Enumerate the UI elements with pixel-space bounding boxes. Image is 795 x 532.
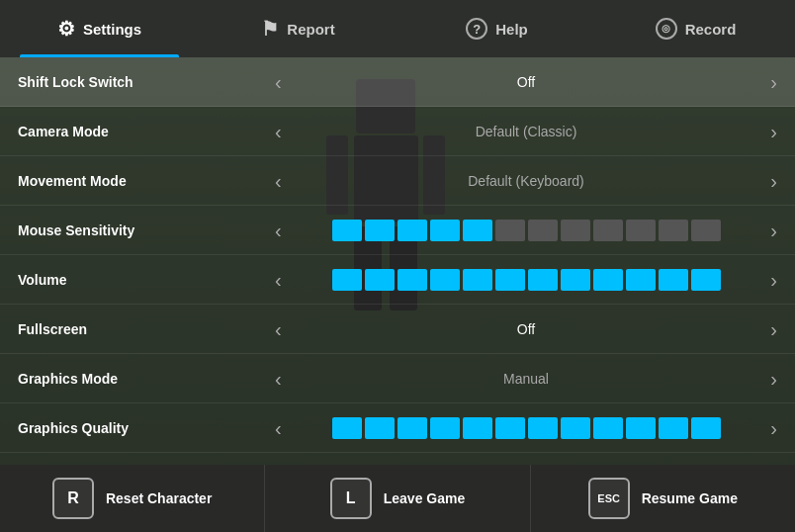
seg-7 — [528, 220, 558, 241]
arrow-right-shift-lock[interactable]: › — [762, 72, 785, 92]
label-fullscreen: Fullscreen — [10, 321, 267, 337]
value-camera-mode: Default (Classic) — [294, 124, 759, 139]
label-camera-mode: Camera Mode — [10, 124, 267, 139]
arrow-left-shift-lock[interactable]: ‹ — [267, 72, 290, 92]
arrow-left-camera[interactable]: ‹ — [267, 122, 290, 141]
arrow-left-mouse[interactable]: ‹ — [267, 221, 290, 240]
arrow-left-graphics-quality[interactable]: ‹ — [267, 418, 290, 438]
value-shift-lock: Off — [294, 74, 759, 90]
label-movement-mode: Movement Mode — [10, 173, 267, 189]
arrow-right-volume[interactable]: › — [762, 270, 785, 290]
arrow-left-fullscreen[interactable]: ‹ — [267, 319, 290, 339]
leave-game-label: Leave Game — [384, 490, 466, 506]
main-panel: ⚙ Settings ⚑ Report ? Help ◎ Record Shif… — [0, 0, 795, 532]
seg-8 — [561, 220, 590, 241]
row-graphics-mode: Graphics Mode ‹ Manual › — [0, 354, 795, 403]
seg-1 — [332, 220, 362, 241]
seg-11 — [659, 220, 688, 241]
arrow-right-camera[interactable]: › — [762, 122, 785, 141]
resume-game-button[interactable]: ESC Resume Game — [531, 465, 795, 532]
value-graphics-mode: Manual — [294, 371, 759, 387]
seg-2 — [365, 220, 395, 241]
slider-graphics-quality[interactable] — [294, 417, 759, 439]
value-fullscreen: Off — [294, 321, 759, 337]
help-icon: ? — [466, 18, 487, 40]
label-graphics-quality: Graphics Quality — [10, 420, 267, 436]
row-graphics-quality: Graphics Quality ‹ › — [0, 403, 795, 453]
seg-12 — [691, 220, 721, 241]
tab-report[interactable]: ⚑ Report — [199, 0, 398, 57]
row-movement-mode: Movement Mode ‹ Default (Keyboard) › — [0, 156, 795, 206]
settings-icon: ⚙ — [57, 19, 75, 39]
leave-key-badge: L — [330, 478, 372, 519]
arrow-right-graphics-mode[interactable]: › — [762, 369, 785, 389]
tab-record[interactable]: ◎ Record — [596, 0, 795, 57]
arrow-right-movement[interactable]: › — [762, 171, 785, 191]
seg-3 — [398, 220, 427, 241]
label-volume: Volume — [10, 272, 267, 288]
control-mouse-sensitivity: ‹ › — [267, 220, 785, 241]
slider-volume[interactable] — [294, 269, 759, 291]
row-shift-lock: Shift Lock Switch ‹ Off › — [0, 57, 795, 107]
control-camera-mode: ‹ Default (Classic) › — [267, 122, 785, 141]
top-nav: ⚙ Settings ⚑ Report ? Help ◎ Record — [0, 0, 795, 57]
tab-settings[interactable]: ⚙ Settings — [0, 0, 199, 57]
control-fullscreen: ‹ Off › — [267, 319, 785, 339]
control-graphics-mode: ‹ Manual › — [267, 369, 785, 389]
tab-help[interactable]: ? Help — [398, 0, 596, 57]
tab-record-label: Record — [685, 21, 737, 38]
slider-mouse-sensitivity[interactable] — [294, 220, 759, 241]
row-volume: Volume ‹ › — [0, 255, 795, 305]
tab-report-label: Report — [287, 21, 334, 38]
arrow-left-graphics-mode[interactable]: ‹ — [267, 369, 290, 389]
seg-5 — [463, 220, 492, 241]
arrow-left-movement[interactable]: ‹ — [267, 171, 290, 191]
resume-game-label: Resume Game — [642, 490, 738, 506]
tab-settings-label: Settings — [83, 21, 141, 38]
seg-9 — [593, 220, 623, 241]
resume-key-badge: ESC — [588, 478, 630, 519]
record-icon: ◎ — [656, 18, 677, 40]
settings-content: Shift Lock Switch ‹ Off › Camera Mode ‹ … — [0, 57, 795, 465]
row-mouse-sensitivity: Mouse Sensitivity ‹ › — [0, 206, 795, 255]
bottom-bar: R Reset Character L Leave Game ESC Resum… — [0, 465, 795, 532]
value-movement-mode: Default (Keyboard) — [294, 173, 759, 189]
control-shift-lock: ‹ Off › — [267, 72, 785, 92]
reset-character-label: Reset Character — [106, 490, 212, 506]
label-graphics-mode: Graphics Mode — [10, 371, 267, 387]
label-mouse-sensitivity: Mouse Sensitivity — [10, 222, 267, 238]
reset-character-button[interactable]: R Reset Character — [0, 465, 265, 532]
control-movement-mode: ‹ Default (Keyboard) › — [267, 171, 785, 191]
row-fullscreen: Fullscreen ‹ Off › — [0, 305, 795, 354]
label-shift-lock: Shift Lock Switch — [10, 74, 267, 90]
seg-6 — [495, 220, 525, 241]
arrow-right-fullscreen[interactable]: › — [762, 319, 785, 339]
row-camera-mode: Camera Mode ‹ Default (Classic) › — [0, 107, 795, 156]
report-icon: ⚑ — [261, 19, 279, 39]
arrow-right-mouse[interactable]: › — [762, 221, 785, 240]
seg-4 — [430, 220, 460, 241]
seg-10 — [626, 220, 656, 241]
arrow-left-volume[interactable]: ‹ — [267, 270, 290, 290]
leave-game-button[interactable]: L Leave Game — [265, 465, 530, 532]
control-volume: ‹ › — [267, 269, 785, 291]
reset-key-badge: R — [52, 478, 94, 519]
arrow-right-graphics-quality[interactable]: › — [762, 418, 785, 438]
control-graphics-quality: ‹ › — [267, 417, 785, 439]
tab-help-label: Help — [495, 21, 528, 38]
